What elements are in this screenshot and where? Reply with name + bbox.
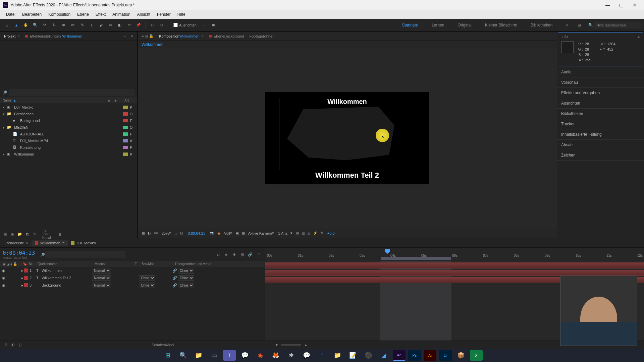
tab-overflow[interactable]: »: [121, 33, 128, 40]
excel-app[interactable]: X: [470, 350, 483, 361]
orbit-tool[interactable]: ⟳: [40, 21, 49, 29]
anchor-tool[interactable]: ⊕: [59, 21, 68, 29]
col-name[interactable]: Name▲: [3, 99, 108, 102]
tab-effekteinstellungen[interactable]: Effekteinstellungen Willkommen: [22, 33, 85, 40]
composition-viewer[interactable]: Willkommen Willkommen Teil 2 ↖: [138, 48, 557, 228]
trash-icon[interactable]: 🗑: [56, 232, 64, 236]
panel-absatz[interactable]: Absatz: [557, 140, 644, 150]
aftereffects-app[interactable]: Ae: [393, 350, 406, 361]
panel-effekte-und-vorgaben[interactable]: Effekte und Vorgaben: [557, 88, 644, 98]
3d-icon[interactable]: ◬: [308, 231, 310, 235]
channel-icon[interactable]: ◐: [148, 231, 151, 235]
rect-tool[interactable]: ▭: [68, 21, 77, 29]
menu-effekt[interactable]: Effekt: [92, 12, 109, 17]
timeline-ruler[interactable]: 00s01s02s03s04s05s06s07s08s09s10s11s12s: [265, 248, 644, 261]
help-search[interactable]: 🔍: [588, 22, 641, 28]
layer-row[interactable]: ◉▸3BackgroundNormalOhne🔗Ohne: [0, 282, 265, 289]
res-full-icon[interactable]: ⊞: [174, 231, 177, 235]
new-comp-icon[interactable]: ▣: [9, 232, 16, 236]
panel-tracker[interactable]: Tracker: [557, 119, 644, 129]
selection-tool[interactable]: ▲: [12, 21, 21, 29]
app-15[interactable]: ◢: [377, 350, 390, 361]
tl-btn-1[interactable]: ⇄: [214, 252, 222, 257]
panel-vorschau[interactable]: Vorschau: [557, 77, 644, 88]
taskview-app[interactable]: ▭: [208, 350, 220, 361]
ws-bibliotheken[interactable]: Bibliotheken: [524, 23, 559, 27]
tab-renderliste[interactable]: Renderliste×: [2, 240, 32, 246]
firefox-app[interactable]: 🦊: [269, 350, 282, 361]
project-item[interactable]: ▽DJI_Mexiko.MP4A: [0, 137, 137, 144]
search-app[interactable]: 🔍: [177, 350, 190, 361]
tl-btn-2[interactable]: ◈: [222, 252, 230, 257]
zoom-dropdown[interactable]: 25% ▾: [162, 231, 171, 235]
tab-timeline-willkommen[interactable]: Willkommen≡: [32, 240, 68, 246]
maximize-button[interactable]: ▢: [614, 2, 628, 8]
interpret-icon[interactable]: ▦: [1, 232, 9, 236]
ws-original[interactable]: Original: [451, 23, 478, 27]
project-item[interactable]: ▾📁MEDIENO: [0, 124, 137, 131]
brave-app[interactable]: ◉: [254, 350, 267, 361]
proj-settings-icon[interactable]: ✎: [31, 232, 38, 236]
panel-bibliotheken[interactable]: Bibliotheken: [557, 109, 644, 119]
zoom-tool[interactable]: 🔍: [31, 21, 40, 29]
explorer-app[interactable]: 📁: [192, 350, 205, 361]
illustrator-app[interactable]: Ai: [424, 350, 436, 361]
app-20[interactable]: 📦: [454, 350, 467, 361]
mask-icon[interactable]: 👓: [154, 231, 158, 235]
start-button[interactable]: ⊞: [161, 350, 174, 361]
zoom-slider[interactable]: [281, 344, 301, 346]
timeline-search-input[interactable]: [45, 251, 125, 258]
tl-btn-6[interactable]: ⬚: [254, 252, 262, 257]
home-tool[interactable]: ⌂: [3, 21, 11, 29]
tl-btn-3[interactable]: ⊕: [230, 252, 238, 257]
zoom-out-icon[interactable]: ▼: [275, 343, 278, 347]
eraser-tool[interactable]: ◧: [115, 21, 124, 29]
ws-reset-icon[interactable]: ▤: [575, 21, 584, 29]
playhead[interactable]: [385, 249, 390, 254]
col-art[interactable]: Art: [124, 99, 135, 102]
snap-toggle[interactable]: Ausrichten: [173, 23, 197, 27]
project-item[interactable]: ▾📁FarbflächenO: [0, 111, 137, 117]
new-adj-icon[interactable]: ◩: [23, 232, 31, 236]
exposure-value[interactable]: +0,0: [327, 231, 335, 235]
lightroom-app[interactable]: Lr: [439, 350, 452, 361]
roi-icon[interactable]: ▣: [235, 231, 239, 235]
ws-lernen[interactable]: Lernen: [425, 23, 451, 27]
facebook-app[interactable]: f: [316, 350, 328, 361]
menu-animation[interactable]: Animation: [109, 12, 133, 17]
menu-bearbeiten[interactable]: Bearbeiten: [19, 12, 45, 17]
app-9[interactable]: ✱: [285, 350, 298, 361]
minimize-button[interactable]: —: [601, 2, 614, 8]
toggle-parent-icon[interactable]: {}: [17, 343, 24, 347]
rotate-tool[interactable]: ↻: [50, 21, 58, 29]
ws-standard[interactable]: Standard: [395, 23, 425, 27]
panel-inhaltsbasierte-füllung[interactable]: Inhaltsbasierte Füllung: [557, 129, 644, 140]
resolution-dropdown[interactable]: Voll ▾: [224, 231, 232, 235]
comp-breadcrumb[interactable]: Willkommen: [138, 41, 557, 48]
tab-timeline-dji[interactable]: DJI_Mexiko: [68, 240, 99, 246]
snapshot-icon[interactable]: 📷: [210, 231, 215, 235]
guides-icon[interactable]: ▥: [302, 231, 305, 235]
alpha-toggle-icon[interactable]: ▦: [142, 231, 145, 235]
res-half-icon[interactable]: ⊡: [180, 231, 183, 235]
grid-icon[interactable]: ⊞: [296, 231, 299, 235]
schalter-modi[interactable]: Schalter/Modi: [152, 343, 174, 347]
draft-icon[interactable]: ⚡: [313, 231, 318, 235]
timeline-timecode[interactable]: 0:00:04:23: [3, 250, 35, 256]
clone-tool[interactable]: ⧉: [106, 21, 115, 29]
snap-opt-1[interactable]: ⟋: [200, 21, 209, 29]
new-folder-icon[interactable]: 📁: [16, 232, 23, 236]
project-item[interactable]: 🖼Kursbild.pngP: [0, 144, 137, 151]
transparency-icon[interactable]: ▦: [241, 231, 245, 235]
notes-app[interactable]: 📝: [346, 350, 359, 361]
panel-audio[interactable]: Audio: [557, 67, 644, 77]
tl-btn-4[interactable]: ▤: [238, 252, 246, 257]
timeline-track[interactable]: [265, 262, 644, 269]
panel-zeichen[interactable]: Zeichen: [557, 150, 644, 161]
files-app[interactable]: 📁: [331, 350, 344, 361]
tab-ebene[interactable]: Ebene Background: [206, 33, 247, 40]
panel-menu[interactable]: ≡: [128, 33, 136, 40]
info-title[interactable]: Info: [561, 35, 568, 39]
puppet-tool[interactable]: 📌: [134, 21, 143, 29]
views-dropdown[interactable]: 1 Ans... ▾: [278, 231, 292, 235]
